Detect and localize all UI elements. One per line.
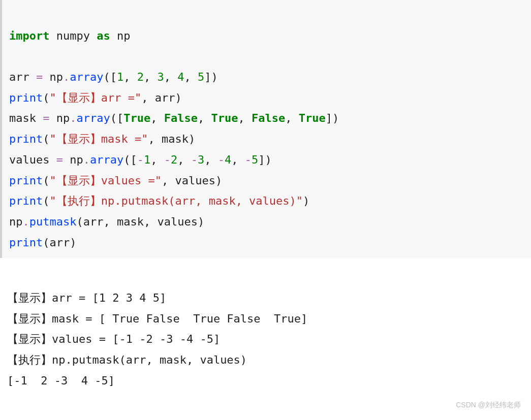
id-values: values [175, 174, 215, 187]
comma: , [150, 112, 164, 124]
code-line-4: print("【显示】arr =", arr) [9, 91, 182, 104]
op-eq: = [56, 153, 63, 166]
op-dot: . [63, 71, 70, 83]
comma: , [148, 133, 162, 145]
lparen: ( [43, 174, 49, 187]
kw-as: as [97, 29, 110, 42]
rparen: ) [189, 133, 195, 145]
lbracket: [ [110, 71, 117, 83]
id-arr: arr [9, 71, 29, 83]
comma: , [238, 112, 252, 124]
str-exec: "【执行】np.putmask(arr, mask, values)" [49, 195, 303, 207]
comma: , [204, 153, 218, 166]
num-1: 1 [117, 71, 123, 83]
id-np: np [50, 71, 64, 83]
id-numpy: numpy [56, 29, 90, 42]
str-values: "【显示】values =" [49, 174, 161, 187]
str-arr: "【显示】arr =" [49, 91, 141, 104]
id-mask: mask [9, 112, 36, 124]
lparen: ( [43, 133, 49, 145]
rparen: ) [303, 195, 309, 207]
str-mask: "【显示】mask =" [49, 133, 148, 145]
id-mask: mask [162, 133, 189, 145]
id-np: np [117, 29, 131, 42]
op-minus: - [191, 153, 198, 166]
id-np: np [70, 153, 83, 166]
rparen: ) [211, 71, 217, 83]
id-arr: arr [49, 236, 70, 249]
lparen: ( [103, 71, 110, 83]
code-line-7: values = np.array([-1, -2, -3, -4, -5]) [9, 153, 272, 166]
fn-print: print [9, 195, 43, 207]
lbracket: [ [130, 153, 137, 166]
lparen: ( [123, 153, 130, 166]
num-4: 4 [177, 71, 184, 83]
code-line-11: print(arr) [9, 236, 76, 249]
bool-true: True [123, 112, 150, 124]
comma: , [177, 153, 191, 166]
fn-print: print [9, 133, 43, 145]
op-dot: . [83, 153, 90, 166]
fn-putmask: putmask [29, 215, 77, 228]
lparen: ( [43, 236, 49, 249]
fn-print: print [9, 91, 43, 104]
num-2: 2 [137, 71, 144, 83]
lbracket: [ [117, 112, 123, 124]
rbracket: ] [326, 112, 332, 124]
id-mask: mask [117, 215, 144, 228]
code-line-6: print("【显示】mask =", mask) [9, 133, 195, 145]
code-line-1: import numpy as np [9, 29, 130, 42]
op-eq: = [43, 112, 49, 124]
num-3: 3 [198, 153, 204, 166]
comma: , [164, 71, 178, 83]
rparen: ) [215, 174, 222, 187]
rparen: ) [332, 112, 339, 124]
comma: , [162, 174, 175, 187]
id-arr: arr [83, 215, 104, 228]
comma: , [150, 153, 164, 166]
output-line-1: 【显示】arr = [1 2 3 4 5] [7, 292, 166, 304]
op-minus: - [137, 153, 144, 166]
code-block: import numpy as np arr = np.array([1, 2,… [0, 0, 531, 258]
comma: , [184, 71, 198, 83]
output-block: 【显示】arr = [1 2 3 4 5] 【显示】mask = [ True … [0, 265, 531, 393]
rbracket: ] [258, 153, 265, 166]
code-line-3: arr = np.array([1, 2, 3, 4, 5]) [9, 71, 218, 83]
comma: , [231, 153, 245, 166]
fn-array: array [76, 112, 110, 124]
rparen: ) [175, 91, 181, 104]
comma: , [123, 71, 137, 83]
code-line-8: print("【显示】values =", values) [9, 174, 222, 187]
id-arr: arr [155, 91, 175, 104]
op-dot: . [23, 215, 29, 228]
fn-print: print [9, 236, 43, 249]
num-5: 5 [252, 153, 258, 166]
op-minus: - [245, 153, 252, 166]
comma: , [198, 112, 211, 124]
lparen: ( [43, 91, 49, 104]
rbracket: ] [204, 71, 211, 83]
id-values: values [157, 215, 197, 228]
rparen: ) [265, 153, 271, 166]
rparen: ) [198, 215, 204, 228]
comma: , [141, 91, 155, 104]
num-5: 5 [198, 71, 204, 83]
op-eq: = [36, 71, 43, 83]
id-np: np [9, 215, 23, 228]
comma: , [144, 71, 158, 83]
fn-array: array [90, 153, 123, 166]
rparen: ) [70, 236, 76, 249]
output-line-4: 【执行】np.putmask(arr, mask, values) [7, 353, 247, 366]
code-line-10: np.putmask(arr, mask, values) [9, 215, 204, 228]
comma: , [144, 215, 158, 228]
num-2: 2 [171, 153, 177, 166]
bool-true: True [299, 112, 326, 124]
bool-false: False [252, 112, 285, 124]
output-line-3: 【显示】values = [-1 -2 -3 -4 -5] [7, 333, 220, 345]
num-3: 3 [157, 71, 164, 83]
bool-true: True [211, 112, 238, 124]
code-line-9: print("【执行】np.putmask(arr, mask, values)… [9, 195, 309, 207]
fn-print: print [9, 174, 43, 187]
fn-array: array [70, 71, 103, 83]
lparen: ( [110, 112, 117, 124]
